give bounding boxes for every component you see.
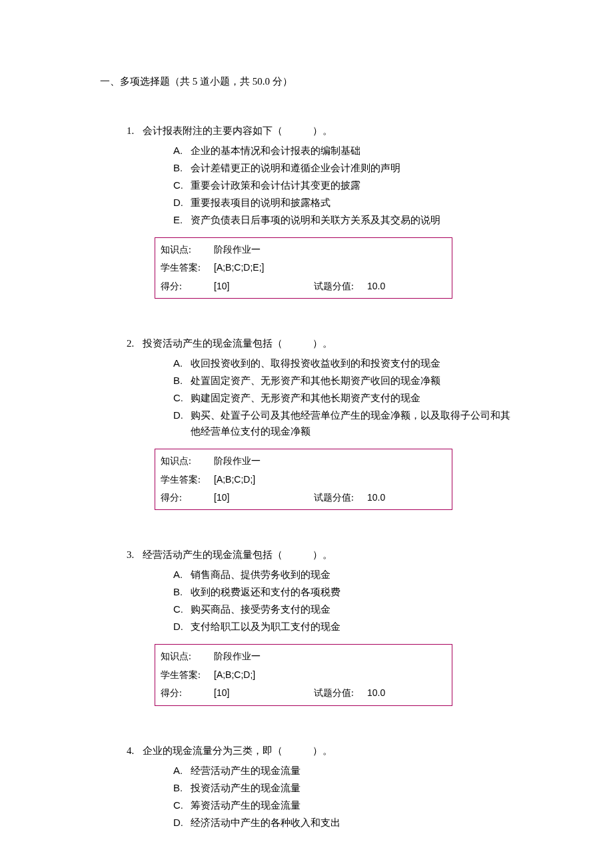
student-answer-value: [A;B;C;D;E;] (214, 260, 334, 275)
question-block: 3. 经营活动产生的现金流量包括（ ）。 A.销售商品、提供劳务收到的现金 B.… (127, 547, 513, 705)
option-row: B.会计差错更正的说明和遵循企业会计准则的声明 (173, 160, 513, 176)
knowledge-value: 阶段作业一 (214, 242, 334, 257)
knowledge-label: 知识点: (161, 243, 214, 257)
option-label: D. (173, 619, 191, 635)
option-list: A.经营活动产生的现金流量 B.投资活动产生的现金流量 C.筹资活动产生的现金流… (173, 763, 513, 831)
section-title: 一、多项选择题（共 5 道小题，共 50.0 分） (100, 73, 513, 89)
full-score-label: 试题分值: (314, 686, 367, 701)
question-number: 1. (127, 123, 143, 139)
option-row: D.购买、处置子公司及其他经营单位产生的现金净额，以及取得子公司和其他经营单位支… (173, 407, 513, 439)
option-row: A.收回投资收到的、取得投资收益收到的和投资支付的现金 (173, 355, 513, 371)
question-block: 1. 会计报表附注的主要内容如下（ ）。 A.企业的基本情况和会计报表的编制基础… (127, 123, 513, 299)
option-label: A. (173, 567, 191, 583)
option-text: 购买、处置子公司及其他经营单位产生的现金净额，以及取得子公司和其他经营单位支付的… (191, 407, 513, 439)
knowledge-label: 知识点: (161, 454, 214, 469)
answer-box: 知识点:阶段作业一 学生答案:[A;B;C;D;] 得分: [10] 试题分值:… (155, 644, 452, 705)
option-row: A.经营活动产生的现金流量 (173, 763, 513, 779)
option-text: 经济活动中产生的各种收入和支出 (191, 815, 513, 831)
score-value: [10] (214, 279, 314, 293)
option-text: 重要会计政策和会计估计其变更的披露 (191, 177, 513, 193)
question-number: 4. (127, 743, 143, 759)
option-row: C.重要会计政策和会计估计其变更的披露 (173, 177, 513, 193)
full-score-label: 试题分值: (314, 279, 367, 294)
student-answer-label: 学生答案: (161, 261, 214, 275)
option-row: E.资产负债表日后事项的说明和关联方关系及其交易的说明 (173, 212, 513, 228)
option-text: 销售商品、提供劳务收到的现金 (191, 567, 513, 583)
score-label: 得分: (161, 686, 214, 701)
student-answer-value: [A;B;C;D;] (214, 472, 334, 487)
option-row: B.处置固定资产、无形资产和其他长期资产收回的现金净额 (173, 373, 513, 389)
option-label: C. (173, 601, 191, 617)
option-label: C. (173, 797, 191, 813)
knowledge-value: 阶段作业一 (214, 453, 334, 468)
option-row: D.支付给职工以及为职工支付的现金 (173, 619, 513, 635)
option-text: 筹资活动产生的现金流量 (191, 797, 513, 813)
option-row: D.重要报表项目的说明和披露格式 (173, 195, 513, 211)
option-label: B. (173, 373, 191, 389)
full-score-value: 10.0 (367, 490, 385, 505)
option-text: 经营活动产生的现金流量 (191, 763, 513, 779)
question-stem: 投资活动产生的现金流量包括（ ）。 (143, 335, 513, 351)
student-answer-label: 学生答案: (161, 473, 214, 487)
score-value: [10] (214, 685, 314, 700)
answer-box: 知识点:阶段作业一 学生答案:[A;B;C;D;] 得分: [10] 试题分值:… (155, 449, 452, 510)
question-stem: 会计报表附注的主要内容如下（ ）。 (143, 123, 513, 139)
question-block: 2. 投资活动产生的现金流量包括（ ）。 A.收回投资收到的、取得投资收益收到的… (127, 335, 513, 510)
option-text: 企业的基本情况和会计报表的编制基础 (191, 143, 513, 159)
score-label: 得分: (161, 491, 214, 505)
option-text: 收回投资收到的、取得投资收益收到的和投资支付的现金 (191, 355, 513, 371)
full-score-label: 试题分值: (314, 491, 367, 505)
option-label: C. (173, 390, 191, 406)
option-label: D. (173, 815, 191, 831)
knowledge-label: 知识点: (161, 649, 214, 664)
option-text: 收到的税费返还和支付的各项税费 (191, 584, 513, 600)
option-label: A. (173, 355, 191, 371)
option-label: B. (173, 160, 191, 176)
option-list: A.收回投资收到的、取得投资收益收到的和投资支付的现金 B.处置固定资产、无形资… (173, 355, 513, 439)
option-list: A.销售商品、提供劳务收到的现金 B.收到的税费返还和支付的各项税费 C.购买商… (173, 567, 513, 635)
question-stem: 企业的现金流量分为三类，即（ ）。 (143, 743, 513, 759)
option-label: B. (173, 584, 191, 600)
option-label: E. (173, 212, 191, 228)
option-row: C.筹资活动产生的现金流量 (173, 797, 513, 813)
option-list: A.企业的基本情况和会计报表的编制基础 B.会计差错更正的说明和遵循企业会计准则… (173, 143, 513, 228)
option-row: C.购建固定资产、无形资产和其他长期资产支付的现金 (173, 390, 513, 406)
question-stem: 经营活动产生的现金流量包括（ ）。 (143, 547, 513, 563)
option-label: D. (173, 195, 191, 211)
answer-box: 知识点:阶段作业一 学生答案:[A;B;C;D;E;] 得分: [10] 试题分… (155, 237, 452, 299)
option-text: 支付给职工以及为职工支付的现金 (191, 619, 513, 635)
student-answer-value: [A;B;C;D;] (214, 667, 334, 682)
option-text: 投资活动产生的现金流量 (191, 780, 513, 796)
student-answer-label: 学生答案: (161, 668, 214, 683)
score-label: 得分: (161, 279, 214, 294)
option-row: A.企业的基本情况和会计报表的编制基础 (173, 143, 513, 159)
option-label: C. (173, 177, 191, 193)
full-score-value: 10.0 (367, 279, 385, 293)
question-number: 3. (127, 547, 143, 563)
option-row: C.购买商品、接受劳务支付的现金 (173, 601, 513, 617)
option-label: B. (173, 780, 191, 796)
score-value: [10] (214, 490, 314, 505)
option-text: 购建固定资产、无形资产和其他长期资产支付的现金 (191, 390, 513, 406)
option-label: A. (173, 763, 191, 779)
option-text: 重要报表项目的说明和披露格式 (191, 195, 513, 211)
option-text: 处置固定资产、无形资产和其他长期资产收回的现金净额 (191, 373, 513, 389)
option-text: 会计差错更正的说明和遵循企业会计准则的声明 (191, 160, 513, 176)
option-label: D. (173, 407, 191, 423)
option-row: B.投资活动产生的现金流量 (173, 780, 513, 796)
question-number: 2. (127, 335, 143, 351)
option-row: D.经济活动中产生的各种收入和支出 (173, 815, 513, 831)
knowledge-value: 阶段作业一 (214, 649, 334, 663)
option-label: A. (173, 143, 191, 159)
option-row: B.收到的税费返还和支付的各项税费 (173, 584, 513, 600)
option-text: 购买商品、接受劳务支付的现金 (191, 601, 513, 617)
full-score-value: 10.0 (367, 685, 385, 700)
option-row: A.销售商品、提供劳务收到的现金 (173, 567, 513, 583)
question-block: 4. 企业的现金流量分为三类，即（ ）。 A.经营活动产生的现金流量 B.投资活… (127, 743, 513, 831)
option-text: 资产负债表日后事项的说明和关联方关系及其交易的说明 (191, 212, 513, 228)
